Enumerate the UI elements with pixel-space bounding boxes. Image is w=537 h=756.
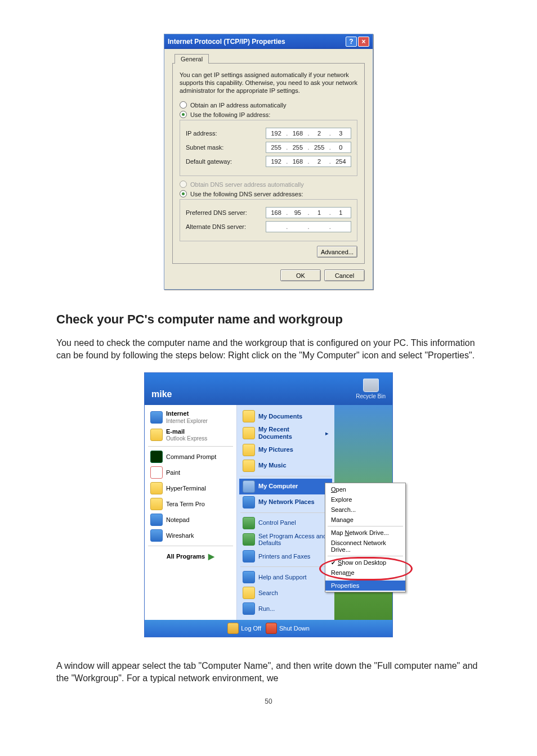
program-access-icon <box>243 533 255 546</box>
my-recent-documents[interactable]: My Recent Documents▸ <box>239 424 332 442</box>
my-network-places[interactable]: My Network Places <box>239 494 332 510</box>
folder-icon <box>243 410 255 422</box>
recent-paint[interactable]: Paint <box>147 465 234 480</box>
alt-dns-input[interactable]: . . . <box>266 221 351 232</box>
tcpip-dialog-figure: Internet Protocol (TCP/IP) Properties ? … <box>56 34 481 290</box>
tcpip-dialog: Internet Protocol (TCP/IP) Properties ? … <box>164 34 373 290</box>
ctx-properties[interactable]: Properties <box>325 580 405 591</box>
printer-icon <box>243 550 255 562</box>
start-menu: mike Recycle Bin InternetInternet Explor… <box>144 372 393 637</box>
tab-general[interactable]: General <box>174 54 209 64</box>
teraterm-icon <box>150 498 163 510</box>
radio-auto-ip-label: Obtain an IP address automatically <box>190 102 286 109</box>
hyperterminal-icon <box>150 482 163 494</box>
ctx-search[interactable]: Search... <box>325 505 405 515</box>
paint-icon <box>150 466 163 479</box>
internet-icon <box>150 411 163 424</box>
help-support[interactable]: Help and Support <box>239 569 332 585</box>
folder-icon <box>243 427 255 439</box>
ctx-rename[interactable]: Rename <box>325 568 405 578</box>
control-panel-icon <box>243 517 255 529</box>
pref-dns-input[interactable]: 168. 95. 1. 1 <box>266 207 351 218</box>
ctx-show-desktop[interactable]: Show on Desktop <box>325 557 405 568</box>
gateway-label: Default gateway: <box>186 158 266 165</box>
dns-fieldset: Preferred DNS server: 168. 95. 1. 1 Alte… <box>180 199 357 241</box>
ctx-disconnect-drive[interactable]: Disconnect Network Drive... <box>325 538 405 555</box>
ctx-manage[interactable]: Manage <box>325 515 405 525</box>
my-documents[interactable]: My Documents <box>239 408 332 424</box>
my-pictures[interactable]: My Pictures <box>239 442 332 458</box>
email-icon <box>150 429 163 441</box>
folder-icon <box>243 444 255 456</box>
advanced-button[interactable]: Advanced... <box>317 246 357 258</box>
ip-address-label: IP address: <box>186 130 266 137</box>
page-number: 50 <box>56 698 481 705</box>
radio-manual-ip[interactable] <box>180 111 187 118</box>
radio-auto-ip[interactable] <box>180 101 187 109</box>
chevron-right-icon: ▸ <box>325 430 329 437</box>
start-menu-user: mike <box>151 389 172 399</box>
set-program-access[interactable]: Set Program Access and Defaults <box>239 531 332 548</box>
subnet-label: Subnet mask: <box>186 144 266 151</box>
all-programs[interactable]: All Programs▶ <box>147 548 234 564</box>
start-menu-footer: Log Off Shut Down <box>145 620 392 637</box>
recent-notepad[interactable]: Notepad <box>147 512 234 528</box>
logoff-button[interactable]: Log Off <box>227 623 261 634</box>
start-menu-figure: mike Recycle Bin InternetInternet Explor… <box>56 372 481 637</box>
ctx-open[interactable]: Open <box>325 484 405 494</box>
pref-dns-label: Preferred DNS server: <box>186 209 266 216</box>
logoff-icon <box>227 623 239 634</box>
recent-wireshark[interactable]: Wireshark <box>147 528 234 543</box>
radio-manual-dns-label: Use the following DNS server addresses: <box>190 191 303 197</box>
dialog-intro-text: You can get IP settings assigned automat… <box>180 71 357 94</box>
pinned-internet[interactable]: InternetInternet Explorer <box>147 408 234 426</box>
start-menu-left-column: InternetInternet Explorer E-mailOutlook … <box>145 405 237 620</box>
wireshark-icon <box>150 529 163 542</box>
printers-faxes[interactable]: Printers and Faxes <box>239 548 332 564</box>
network-icon <box>243 496 255 508</box>
my-music[interactable]: My Music <box>239 458 332 474</box>
shutdown-icon <box>266 623 277 634</box>
paragraph-2: A window will appear select the tab "Com… <box>56 660 481 684</box>
notepad-icon <box>150 514 163 526</box>
run-icon <box>243 602 255 615</box>
recent-teraterm[interactable]: Tera Term Pro <box>147 496 234 512</box>
control-panel[interactable]: Control Panel <box>239 515 332 531</box>
context-menu: Open Explore Search... Manage Map Networ… <box>325 483 406 592</box>
radio-auto-dns-label: Obtain DNS server address automatically <box>190 181 304 188</box>
ok-button[interactable]: OK <box>280 269 321 281</box>
folder-icon <box>243 460 255 472</box>
subnet-input[interactable]: 255. 255. 255. 0 <box>266 142 351 153</box>
start-menu-header: mike Recycle Bin <box>145 373 392 405</box>
dialog-titlebar: Internet Protocol (TCP/IP) Properties ? … <box>164 34 373 49</box>
gateway-input[interactable]: 192. 168. 2. 254 <box>266 156 351 167</box>
search-icon <box>243 587 255 599</box>
ip-fieldset: IP address: 192. 168. 2. 3 Subnet mask: … <box>180 120 357 176</box>
section-heading: Check your PC's computer name and workgr… <box>56 312 481 327</box>
radio-manual-dns[interactable] <box>180 190 187 197</box>
my-computer[interactable]: My Computer <box>239 479 332 494</box>
help-icon <box>243 571 255 583</box>
search[interactable]: Search <box>239 585 332 601</box>
cmd-icon <box>150 451 163 463</box>
ip-address-input[interactable]: 192. 168. 2. 3 <box>266 128 351 139</box>
recent-hyperterminal[interactable]: HyperTerminal <box>147 480 234 496</box>
recycle-bin-icon[interactable]: Recycle Bin <box>356 379 386 399</box>
close-icon[interactable]: × <box>358 37 369 47</box>
radio-manual-ip-label: Use the following IP address: <box>190 111 270 118</box>
ctx-explore[interactable]: Explore <box>325 494 405 505</box>
help-icon[interactable]: ? <box>346 37 357 47</box>
alt-dns-label: Alternate DNS server: <box>186 223 266 230</box>
dialog-title: Internet Protocol (TCP/IP) Properties <box>168 38 285 46</box>
pinned-email[interactable]: E-mailOutlook Express <box>147 426 234 444</box>
recent-command-prompt[interactable]: Command Prompt <box>147 449 234 465</box>
ctx-map-drive[interactable]: Map Network Drive... <box>325 528 405 538</box>
chevron-right-icon: ▶ <box>208 552 214 561</box>
paragraph-1: You need to check the computer name and … <box>56 337 481 361</box>
shutdown-button[interactable]: Shut Down <box>266 623 310 634</box>
start-menu-right-column: My Documents My Recent Documents▸ My Pic… <box>237 405 334 620</box>
radio-auto-dns <box>180 181 187 188</box>
computer-icon <box>243 480 255 493</box>
run[interactable]: Run... <box>239 601 332 616</box>
cancel-button[interactable]: Cancel <box>324 269 365 281</box>
